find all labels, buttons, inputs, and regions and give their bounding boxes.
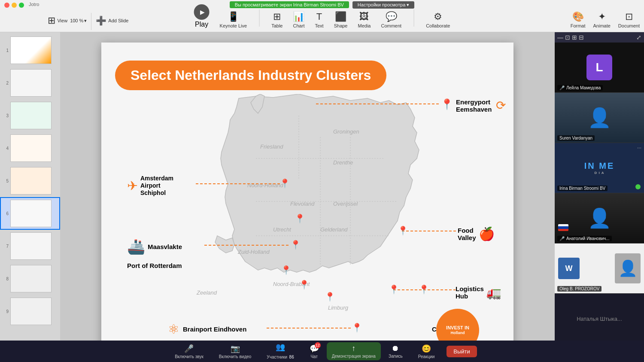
media-button[interactable]: 🖼 Media [358,11,371,28]
record-label: Запись [389,354,403,359]
main-area: 1 2 3 4 5 6 [0,32,644,362]
exit-button[interactable]: Выйти [447,346,477,357]
invest-country: Holland [451,331,465,336]
slide-preview-7 [10,232,52,260]
region-limburg: Limburg [328,304,348,311]
window-layout-icon[interactable]: ⊟ [579,34,584,41]
record-button[interactable]: ⏺ Запись [381,344,410,359]
anatoly-mic-icon: 🎤 [559,236,565,241]
region-friesland: Friesland [260,143,283,150]
mic-label: Включить звук [175,354,204,359]
table-icon: ⊞ [273,11,281,22]
reactions-button[interactable]: 😊 Реакции [410,344,443,359]
region-zeeland: Zeeland [197,289,217,296]
slide-num-6: 6 [3,211,9,216]
slide-thumb-4[interactable]: 4 [0,132,60,164]
label-brainport: Brainport Eindhoven [183,325,246,333]
comment-label: Comment [381,23,401,28]
participant-suren: 👤 Suren Vardanyan [555,93,644,143]
dashed-line-brainport [267,328,352,329]
slide-thumb-3[interactable]: 3 [0,99,60,132]
collaborate-button[interactable]: ⚙ Collaborate [426,11,450,28]
media-icon: 🖼 [359,11,369,22]
right-panel: — ⊡ ⊞ ⊟ ⤢ L 🎤 Лейла Мамедова 👤 [555,32,644,362]
slide-title-box: Select Netherlands Industry Clusters [115,61,386,90]
pin-foodvalley-map: 📍 [398,225,408,236]
animate-button[interactable]: ✦ Animate [593,11,611,28]
participant-anatoly: 👤 🎤 Анатолий Иванович... [555,193,644,243]
cluster-maasvlakte: 🚢 Maasvlakte Port of Rotterdam 📍 [127,238,182,269]
view-label: View [57,18,67,23]
slide-preview-9 [10,298,52,325]
separator-3 [413,9,414,27]
pin-map-center3: 📍 [299,280,310,290]
mic-icon: 🎤 [184,344,194,353]
russia-flag [558,224,568,231]
text-button[interactable]: T Text [315,11,323,28]
slide-thumb-7[interactable]: 7 [0,230,60,262]
slide-thumb-6[interactable]: 6 [0,197,60,230]
oleg-logo: W [558,258,580,279]
screenshare-banner: Вы просматриваете экран Irina Birman Str… [0,0,644,9]
label-rotterdam: Port of Rotterdam [127,262,182,269]
label-foodvalley: Food Valley [458,227,476,241]
comment-button[interactable]: 💬 Comment [381,11,401,28]
format-icon: 🎨 [572,11,584,22]
irina-more-btn[interactable]: ··· [637,145,641,151]
window-restore-icon[interactable]: ⊡ [565,34,570,41]
keynote-live-label: Keynote Live [220,23,247,28]
document-button[interactable]: ⊡ Document [618,11,640,28]
window-minimize-icon[interactable]: — [557,34,563,41]
shape-label: Shape [334,23,348,28]
share-screen-button[interactable]: ↑ Демонстрация экрана [327,342,381,360]
keynote-live-button[interactable]: 📱 Keynote Live [220,11,247,28]
mic-button[interactable]: 🎤 Включить звук [167,344,211,359]
slide-thumb-2[interactable]: 2 [0,67,60,99]
text-label: Text [315,23,323,28]
separator-2 [259,9,259,27]
format-button[interactable]: 🎨 Format [571,11,586,28]
food-icon: 🍎 [479,226,495,241]
slide-num-3: 3 [3,113,9,118]
netherlands-map-svg [170,94,471,339]
shape-button[interactable]: ⬛ Shape [334,11,348,28]
dashed-line-rotterdam [204,245,290,246]
chat-button[interactable]: 💬 12 Чат [302,344,327,359]
share-screen-label: Демонстрация экрана [332,354,376,359]
dashed-line-amsterdam [196,183,282,184]
slide-num-1: 1 [3,48,9,53]
slide-preview-6 [10,200,52,227]
slide-thumb-8[interactable]: 8 [0,262,60,295]
window-expand-icon[interactable]: ⤢ [636,34,641,41]
suren-name: Suren Vardanyan [559,136,592,140]
bottom-bar: 🎤 Включить звук 📷 Включить видео 👥 Участ… [0,341,644,362]
map-container: Groningen Friesland Drenthe Noord-Hollan… [127,94,488,347]
oleg-name-badge: Oleg B. PROZOROV [557,286,601,292]
chart-label: Chart [293,23,305,28]
chart-button[interactable]: 📊 Chart [293,11,304,28]
slide-num-7: 7 [3,244,9,249]
slide-num-4: 4 [3,146,9,151]
canvas-area[interactable]: Select Netherlands Industry Clusters [60,32,555,362]
camera-button[interactable]: 📷 Включить видео [211,344,259,359]
zoom-control[interactable]: 100 % ▾ [70,18,87,24]
add-slide-button[interactable]: ➕ Add Slide [96,15,128,26]
slide-preview-1 [10,37,52,64]
ship-icon: 🚢 [127,238,145,255]
label-maasvlakte: Maasvlakte [148,243,182,250]
table-button[interactable]: ⊞ Table [271,11,283,28]
pin-logistics-map2: 📍 [419,284,429,295]
separator-1 [91,13,91,30]
slide-thumb-9[interactable]: 9 [0,295,60,328]
play-label: Play [195,21,208,28]
screenshare-settings-btn[interactable]: Настройки просмотра ▾ [352,1,414,9]
participants-button[interactable]: 👥 Участники 86 [259,342,301,360]
participant-oleg: W 👤 Oleg B. PROZOROV [555,243,644,294]
participants-count: 86 [289,355,294,359]
slide-num-5: 5 [3,179,9,183]
window-grid-icon[interactable]: ⊞ [572,34,577,41]
slide-thumb-5[interactable]: 5 [0,164,60,197]
pin-rotterdam-map: 📍 [290,240,301,250]
view-button[interactable]: ⊞ View [48,15,67,26]
slide-thumb-1[interactable]: 1 [0,34,60,67]
